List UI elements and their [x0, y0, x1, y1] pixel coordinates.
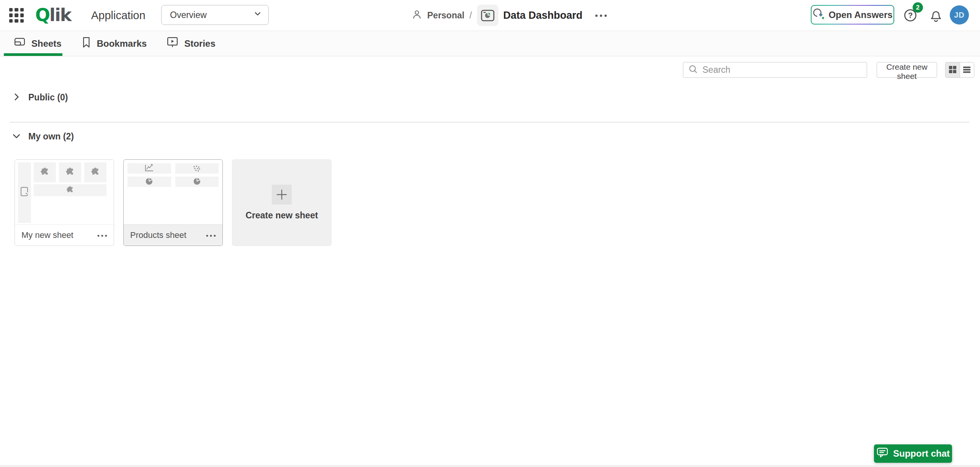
filterpane-placeholder	[18, 162, 31, 223]
user-avatar[interactable]: JD	[950, 5, 969, 25]
support-chat-label: Support chat	[893, 448, 950, 459]
app-launcher-icon[interactable]	[9, 8, 24, 23]
tab-sheets[interactable]: Sheets	[14, 31, 62, 56]
breadcrumb-space[interactable]: Personal	[427, 10, 464, 21]
view-selector-value: Overview	[170, 10, 207, 20]
sheet-options-menu-button[interactable]	[203, 229, 219, 241]
page-title: Application	[91, 9, 145, 22]
section-divider	[10, 122, 969, 123]
chart-placeholder	[127, 163, 171, 174]
chart-placeholder	[127, 177, 171, 187]
grid-view-button[interactable]	[946, 62, 960, 77]
open-answers-button[interactable]: Open Answers	[811, 5, 894, 25]
window-bottom-edge	[0, 465, 980, 467]
chat-bubble-icon	[876, 447, 889, 460]
notification-count-badge: 2	[913, 2, 923, 13]
search-input[interactable]	[702, 65, 862, 75]
ellipsis-icon	[206, 233, 216, 238]
chart-placeholder	[59, 162, 81, 182]
sheet-thumbnail	[18, 162, 111, 223]
chart-placeholder	[84, 162, 106, 182]
sheet-title: My new sheet	[21, 230, 74, 240]
tab-bookmarks[interactable]: Bookmarks	[82, 31, 147, 56]
breadcrumb-app-name: Data Dashboard	[503, 10, 583, 21]
create-new-sheet-card[interactable]: Create new sheet	[232, 159, 332, 246]
scatter-icon	[175, 163, 219, 174]
tab-stories[interactable]: Stories	[167, 31, 215, 56]
list-view-icon	[962, 65, 971, 75]
sheet-thumbnail	[127, 162, 219, 223]
chevron-down-icon	[11, 131, 21, 142]
puzzle-icon	[65, 167, 75, 178]
breadcrumb: Personal / Data Dashboard	[412, 0, 611, 31]
pie-chart-icon	[193, 177, 201, 187]
tab-stories-label: Stories	[184, 38, 215, 49]
app-tab-bar: Sheets Bookmarks Stories	[0, 31, 980, 56]
puzzle-icon	[90, 167, 101, 178]
view-selector-dropdown[interactable]: Overview	[161, 5, 269, 25]
chevron-down-icon	[253, 9, 262, 21]
app-thumbnail-icon	[477, 5, 498, 26]
section-public-label: Public (0)	[28, 92, 68, 103]
sheet-card-products-sheet[interactable]: Products sheet	[123, 159, 223, 246]
line-chart-icon	[144, 163, 155, 174]
sheet-card-my-new-sheet[interactable]: My new sheet	[15, 159, 114, 246]
ellipsis-icon	[97, 233, 108, 238]
view-mode-toggle	[945, 62, 974, 78]
puzzle-icon	[39, 167, 50, 178]
app-options-menu-button[interactable]	[591, 9, 611, 22]
create-new-sheet-card-label: Create new sheet	[245, 210, 318, 221]
chart-placeholder	[34, 184, 106, 196]
answers-sparkle-icon	[812, 8, 825, 22]
chart-placeholder	[175, 177, 219, 187]
sheet-options-menu-button[interactable]	[94, 229, 111, 241]
question-mark-icon: ?	[903, 18, 917, 23]
create-new-sheet-button[interactable]: Create new sheet	[877, 62, 937, 78]
qlik-app-overview: Qlik Application Overview Personal /	[0, 0, 980, 467]
breadcrumb-separator: /	[469, 10, 472, 21]
grid-view-icon	[948, 65, 957, 75]
section-my-own-toggle[interactable]: My own (2)	[11, 131, 74, 142]
sheet-title: Products sheet	[130, 230, 186, 240]
stories-icon	[167, 36, 178, 51]
qlik-logo: Qlik	[35, 5, 71, 25]
support-chat-button[interactable]: Support chat	[874, 444, 952, 463]
notifications-button[interactable]	[929, 8, 942, 23]
person-icon	[412, 9, 422, 22]
tab-bookmarks-label: Bookmarks	[97, 38, 147, 49]
chart-placeholder	[34, 162, 56, 182]
puzzle-icon	[65, 185, 75, 195]
svg-text:?: ?	[908, 11, 913, 20]
ellipsis-icon	[595, 13, 608, 18]
plus-icon	[272, 185, 292, 205]
section-public-toggle[interactable]: Public (0)	[11, 92, 68, 103]
bell-icon	[929, 18, 942, 24]
top-bar: Qlik Application Overview Personal /	[0, 0, 980, 31]
bookmark-icon	[82, 36, 91, 51]
filterpane-icon	[20, 186, 29, 199]
open-answers-label: Open Answers	[828, 10, 892, 20]
chevron-right-icon	[11, 92, 21, 103]
sheets-icon	[14, 37, 26, 50]
list-view-button[interactable]	[960, 62, 974, 77]
section-my-own-label: My own (2)	[28, 131, 74, 142]
search-box	[683, 62, 867, 78]
tab-sheets-label: Sheets	[31, 38, 62, 49]
search-icon	[688, 64, 698, 76]
pie-chart-icon	[145, 177, 154, 187]
